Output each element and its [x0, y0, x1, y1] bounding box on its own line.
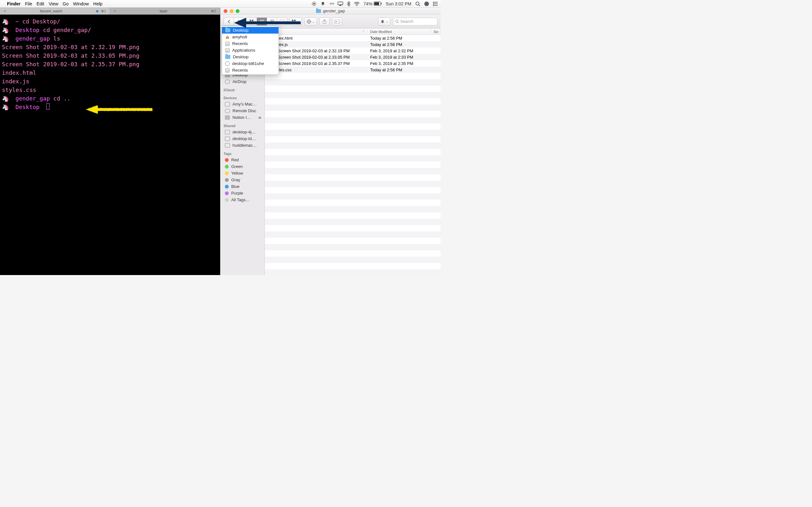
airplay-icon[interactable]	[338, 2, 343, 6]
svg-point-44	[336, 21, 337, 22]
svg-rect-43	[334, 20, 340, 23]
menu-file[interactable]: File	[25, 1, 32, 6]
path-popup-item[interactable]: desktop-td61uhe	[222, 60, 278, 67]
file-row-empty	[265, 187, 441, 193]
menu-edit[interactable]: Edit	[37, 1, 44, 6]
file-row-empty	[265, 174, 441, 181]
finder-file-list: Name ⌃ Date Modified Siz index.htmlToday…	[265, 29, 441, 275]
sidebar-item[interactable]: Notion I…⏏	[220, 114, 264, 121]
file-row[interactable]: styles.cssToday at 2:56 PM	[265, 66, 441, 73]
svg-point-15	[433, 2, 434, 3]
svg-rect-19	[252, 20, 253, 21]
sidebar-item[interactable]: Green	[220, 163, 264, 170]
minimize-window-button[interactable]	[230, 9, 234, 13]
siri-icon[interactable]	[424, 1, 429, 6]
svg-line-8	[419, 5, 420, 6]
sidebar-item[interactable]: desktop-4j…	[220, 129, 264, 135]
menu-view[interactable]: View	[49, 1, 58, 6]
view-gallery-button[interactable]	[277, 17, 287, 26]
notification-center-icon[interactable]	[433, 2, 438, 6]
file-row[interactable]: index.jsToday at 2:56 PM	[265, 41, 441, 48]
file-row[interactable]: …Screen Shot 2019-02-03 at 2.33.05 PMFeb…	[265, 54, 441, 60]
spotlight-icon[interactable]	[415, 1, 420, 6]
display-icon	[225, 136, 230, 141]
glasses-icon[interactable]: 👓	[329, 1, 334, 6]
path-popup-item[interactable]: Desktop	[222, 27, 278, 34]
sidebar-item[interactable]: AirDrop	[220, 78, 264, 85]
view-list-button[interactable]	[257, 17, 267, 26]
dropbox-toolbar-button[interactable]: ⌄	[378, 17, 391, 26]
tags-button[interactable]	[332, 17, 342, 26]
close-window-button[interactable]	[223, 9, 227, 13]
svg-point-37	[309, 21, 310, 22]
terminal-tab-1[interactable]: × fsevent_watch ⌘1	[0, 8, 110, 14]
path-popup-item[interactable]: Applications	[222, 47, 278, 54]
column-header-size[interactable]: Siz	[431, 30, 441, 34]
svg-rect-28	[280, 20, 284, 22]
column-header-date[interactable]: Date Modified	[368, 30, 431, 34]
path-popup-item[interactable]: Recents	[222, 40, 278, 47]
svg-point-7	[416, 2, 419, 5]
file-name: …Screen Shot 2019-02-03 at 2.33.05 PM	[274, 55, 350, 60]
close-icon[interactable]: ×	[114, 7, 116, 15]
finder-titlebar[interactable]: gender_gap	[220, 8, 441, 14]
drive-icon	[225, 115, 230, 120]
file-date: Feb 3, 2019 at 2:33 PM	[368, 55, 431, 60]
back-button[interactable]	[223, 17, 234, 26]
terminal-tab-2[interactable]: × bash ⌘2	[110, 8, 220, 14]
wifi-icon[interactable]	[354, 2, 360, 6]
column-header-name[interactable]: Name ⌃	[265, 30, 368, 34]
sort-caret-icon: ⌃	[362, 30, 365, 33]
menu-window[interactable]: Window	[73, 1, 89, 6]
share-button[interactable]	[319, 17, 329, 26]
terminal-line: 🦄 gender_gap cd ..	[2, 94, 218, 103]
record-icon[interactable]	[311, 1, 316, 6]
path-popup-item[interactable]: amyholt	[222, 34, 278, 40]
eject-icon[interactable]: ⏏	[258, 115, 261, 119]
file-row[interactable]: …Screen Shot 2019-02-03 at 2.35.37 PMFeb…	[265, 60, 441, 66]
zoom-window-button[interactable]	[236, 9, 240, 13]
file-row-empty	[265, 263, 441, 269]
svg-rect-5	[374, 2, 379, 5]
terminal-body[interactable]: 🦄 ~ cd Desktop/ 🦄 Desktop cd gender_gap/…	[0, 14, 220, 114]
sidebar-item[interactable]: Gray	[220, 176, 264, 183]
sidebar-item[interactable]: Blue	[220, 183, 264, 190]
action-button[interactable]: ⌄	[305, 17, 317, 26]
terminal-window: × fsevent_watch ⌘1 × bash ⌘2 🦄 ~ cd Desk…	[0, 8, 220, 275]
file-row-empty	[265, 168, 441, 174]
sidebar-item[interactable]: huddlemac…	[220, 142, 264, 149]
finder-window: gender_gap ⌄	[220, 8, 441, 275]
sidebar-item[interactable]: Remote Disc	[220, 107, 264, 114]
forward-button[interactable]	[234, 17, 244, 26]
arrange-button[interactable]: ⌄	[290, 17, 302, 26]
path-popup-item[interactable]: Desktop	[222, 54, 278, 60]
menubar-app-name[interactable]: Finder	[7, 1, 20, 6]
sidebar-item[interactable]: desktop-td…	[220, 135, 264, 142]
svg-rect-31	[283, 22, 284, 23]
menu-go[interactable]: Go	[63, 1, 69, 6]
finder-window-title: gender_gap	[220, 9, 441, 13]
menu-help[interactable]: Help	[93, 1, 102, 6]
dropbox-icon[interactable]	[320, 1, 325, 6]
finder-search-input[interactable]: Search	[393, 18, 438, 25]
sidebar-item[interactable]: Red	[220, 157, 264, 163]
close-icon[interactable]: ×	[4, 7, 6, 15]
view-columns-button[interactable]	[267, 17, 277, 26]
terminal-line: Screen Shot 2019-02-03 at 2.35.37 PM.png	[2, 60, 218, 68]
bluetooth-icon[interactable]	[347, 1, 350, 6]
sidebar-item[interactable]: Amy's Mac…	[220, 101, 264, 107]
menubar-clock[interactable]: Sun 3:02 PM	[386, 1, 411, 6]
file-row[interactable]: …Screen Shot 2019-02-03 at 2.32.19 PMFeb…	[265, 48, 441, 54]
sidebar-item[interactable]: Purple	[220, 190, 264, 196]
file-row[interactable]: index.htmlToday at 2:56 PM	[265, 35, 441, 41]
battery-status[interactable]: 74%	[363, 1, 382, 6]
sidebar-item[interactable]: All Tags…	[220, 196, 264, 203]
dirty-dot-icon	[96, 10, 98, 12]
drive-icon	[225, 42, 230, 46]
path-popup-item[interactable]: Recents	[222, 67, 278, 73]
terminal-tab-title: fsevent_watch	[8, 7, 94, 15]
view-icons-button[interactable]	[247, 17, 257, 26]
svg-rect-21	[252, 22, 253, 23]
file-row-empty	[265, 225, 441, 231]
sidebar-item[interactable]: Yellow	[220, 170, 264, 176]
